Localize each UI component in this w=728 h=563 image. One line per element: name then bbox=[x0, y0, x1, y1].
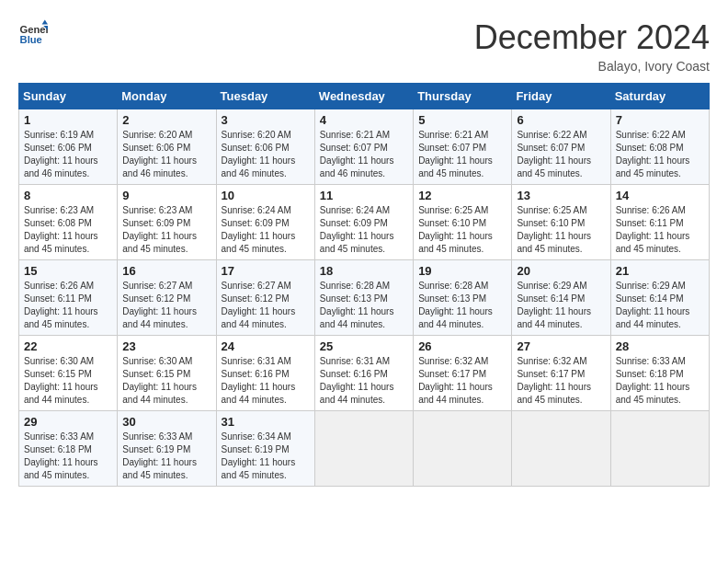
day-number: 27 bbox=[517, 339, 605, 353]
day-number: 19 bbox=[418, 264, 506, 278]
calendar-cell: 9Sunrise: 6:23 AMSunset: 6:09 PMDaylight… bbox=[118, 185, 216, 260]
day-info: Sunrise: 6:29 AMSunset: 6:14 PMDaylight:… bbox=[517, 280, 605, 331]
calendar-week-row: 1Sunrise: 6:19 AMSunset: 6:06 PMDaylight… bbox=[19, 109, 710, 185]
day-info: Sunrise: 6:20 AMSunset: 6:06 PMDaylight:… bbox=[122, 129, 210, 180]
day-info: Sunrise: 6:27 AMSunset: 6:12 PMDaylight:… bbox=[222, 280, 310, 331]
calendar-cell: 7Sunrise: 6:22 AMSunset: 6:08 PMDaylight… bbox=[610, 109, 709, 185]
day-number: 4 bbox=[320, 113, 408, 127]
day-info: Sunrise: 6:24 AMSunset: 6:09 PMDaylight:… bbox=[320, 204, 408, 256]
day-number: 26 bbox=[418, 339, 506, 353]
calendar-cell: 22Sunrise: 6:30 AMSunset: 6:15 PMDayligh… bbox=[19, 336, 118, 411]
month-title: December 2024 bbox=[474, 18, 710, 57]
day-number: 13 bbox=[517, 189, 605, 202]
day-info: Sunrise: 6:23 AMSunset: 6:08 PMDaylight:… bbox=[24, 204, 112, 256]
calendar-cell: 5Sunrise: 6:21 AMSunset: 6:07 PMDaylight… bbox=[414, 109, 512, 185]
day-info: Sunrise: 6:20 AMSunset: 6:06 PMDaylight:… bbox=[222, 129, 310, 180]
day-number: 25 bbox=[320, 339, 408, 353]
day-number: 5 bbox=[418, 113, 506, 127]
logo: General Blue bbox=[18, 18, 48, 48]
day-info: Sunrise: 6:34 AMSunset: 6:19 PMDaylight:… bbox=[222, 431, 310, 482]
calendar-week-row: 8Sunrise: 6:23 AMSunset: 6:08 PMDaylight… bbox=[19, 185, 710, 260]
day-info: Sunrise: 6:29 AMSunset: 6:14 PMDaylight:… bbox=[616, 280, 704, 331]
calendar-cell: 4Sunrise: 6:21 AMSunset: 6:07 PMDaylight… bbox=[314, 109, 413, 185]
calendar-table: SundayMondayTuesdayWednesdayThursdayFrid… bbox=[18, 83, 710, 487]
day-number: 18 bbox=[320, 264, 408, 278]
day-number: 21 bbox=[616, 264, 704, 278]
weekday-header-thursday: Thursday bbox=[414, 84, 512, 109]
day-info: Sunrise: 6:25 AMSunset: 6:10 PMDaylight:… bbox=[517, 204, 605, 256]
day-info: Sunrise: 6:33 AMSunset: 6:18 PMDaylight:… bbox=[616, 355, 704, 407]
weekday-header-monday: Monday bbox=[118, 84, 216, 109]
calendar-cell: 10Sunrise: 6:24 AMSunset: 6:09 PMDayligh… bbox=[216, 185, 314, 260]
day-number: 8 bbox=[24, 189, 112, 202]
calendar-cell: 17Sunrise: 6:27 AMSunset: 6:12 PMDayligh… bbox=[216, 260, 314, 336]
day-info: Sunrise: 6:33 AMSunset: 6:18 PMDaylight:… bbox=[24, 431, 112, 482]
day-info: Sunrise: 6:32 AMSunset: 6:17 PMDaylight:… bbox=[517, 355, 605, 407]
day-info: Sunrise: 6:23 AMSunset: 6:09 PMDaylight:… bbox=[122, 204, 210, 256]
calendar-cell: 12Sunrise: 6:25 AMSunset: 6:10 PMDayligh… bbox=[414, 185, 512, 260]
day-number: 2 bbox=[122, 113, 210, 127]
day-number: 30 bbox=[122, 415, 210, 429]
calendar-cell: 2Sunrise: 6:20 AMSunset: 6:06 PMDaylight… bbox=[118, 109, 216, 185]
calendar-cell bbox=[414, 411, 512, 487]
title-area: December 2024 Balayo, Ivory Coast bbox=[474, 18, 710, 74]
calendar-cell: 19Sunrise: 6:28 AMSunset: 6:13 PMDayligh… bbox=[414, 260, 512, 336]
day-info: Sunrise: 6:24 AMSunset: 6:09 PMDaylight:… bbox=[222, 204, 310, 256]
calendar-cell: 29Sunrise: 6:33 AMSunset: 6:18 PMDayligh… bbox=[19, 411, 118, 487]
calendar-cell: 15Sunrise: 6:26 AMSunset: 6:11 PMDayligh… bbox=[19, 260, 118, 336]
day-info: Sunrise: 6:21 AMSunset: 6:07 PMDaylight:… bbox=[320, 129, 408, 180]
day-number: 9 bbox=[122, 189, 210, 202]
calendar-cell bbox=[610, 411, 709, 487]
day-info: Sunrise: 6:21 AMSunset: 6:07 PMDaylight:… bbox=[418, 129, 506, 180]
calendar-cell: 1Sunrise: 6:19 AMSunset: 6:06 PMDaylight… bbox=[19, 109, 118, 185]
day-number: 6 bbox=[517, 113, 605, 127]
calendar-cell: 3Sunrise: 6:20 AMSunset: 6:06 PMDaylight… bbox=[216, 109, 314, 185]
day-info: Sunrise: 6:30 AMSunset: 6:15 PMDaylight:… bbox=[122, 355, 210, 407]
calendar-cell: 25Sunrise: 6:31 AMSunset: 6:16 PMDayligh… bbox=[314, 336, 413, 411]
day-info: Sunrise: 6:28 AMSunset: 6:13 PMDaylight:… bbox=[320, 280, 408, 331]
day-number: 17 bbox=[222, 264, 310, 278]
weekday-header-saturday: Saturday bbox=[610, 84, 709, 109]
day-info: Sunrise: 6:19 AMSunset: 6:06 PMDaylight:… bbox=[24, 129, 112, 180]
day-number: 12 bbox=[418, 189, 506, 202]
location: Balayo, Ivory Coast bbox=[474, 59, 710, 74]
calendar-cell: 8Sunrise: 6:23 AMSunset: 6:08 PMDaylight… bbox=[19, 185, 118, 260]
calendar-cell: 21Sunrise: 6:29 AMSunset: 6:14 PMDayligh… bbox=[610, 260, 709, 336]
day-number: 22 bbox=[24, 339, 112, 353]
weekday-header-wednesday: Wednesday bbox=[314, 84, 413, 109]
calendar-cell: 20Sunrise: 6:29 AMSunset: 6:14 PMDayligh… bbox=[512, 260, 610, 336]
day-info: Sunrise: 6:31 AMSunset: 6:16 PMDaylight:… bbox=[222, 355, 310, 407]
calendar-cell: 14Sunrise: 6:26 AMSunset: 6:11 PMDayligh… bbox=[610, 185, 709, 260]
day-info: Sunrise: 6:27 AMSunset: 6:12 PMDaylight:… bbox=[122, 280, 210, 331]
day-info: Sunrise: 6:32 AMSunset: 6:17 PMDaylight:… bbox=[418, 355, 506, 407]
day-number: 20 bbox=[517, 264, 605, 278]
day-number: 31 bbox=[222, 415, 310, 429]
calendar-cell: 13Sunrise: 6:25 AMSunset: 6:10 PMDayligh… bbox=[512, 185, 610, 260]
day-info: Sunrise: 6:28 AMSunset: 6:13 PMDaylight:… bbox=[418, 280, 506, 331]
day-info: Sunrise: 6:22 AMSunset: 6:08 PMDaylight:… bbox=[616, 129, 704, 180]
calendar-cell bbox=[314, 411, 413, 487]
calendar-cell: 28Sunrise: 6:33 AMSunset: 6:18 PMDayligh… bbox=[610, 336, 709, 411]
calendar-cell: 27Sunrise: 6:32 AMSunset: 6:17 PMDayligh… bbox=[512, 336, 610, 411]
day-info: Sunrise: 6:22 AMSunset: 6:07 PMDaylight:… bbox=[517, 129, 605, 180]
calendar-week-row: 29Sunrise: 6:33 AMSunset: 6:18 PMDayligh… bbox=[19, 411, 710, 487]
day-info: Sunrise: 6:25 AMSunset: 6:10 PMDaylight:… bbox=[418, 204, 506, 256]
calendar-cell: 11Sunrise: 6:24 AMSunset: 6:09 PMDayligh… bbox=[314, 185, 413, 260]
day-number: 23 bbox=[122, 339, 210, 353]
weekday-header-sunday: Sunday bbox=[19, 84, 118, 109]
day-number: 15 bbox=[24, 264, 112, 278]
calendar-cell: 6Sunrise: 6:22 AMSunset: 6:07 PMDaylight… bbox=[512, 109, 610, 185]
calendar-cell bbox=[512, 411, 610, 487]
weekday-header-friday: Friday bbox=[512, 84, 610, 109]
day-info: Sunrise: 6:26 AMSunset: 6:11 PMDaylight:… bbox=[24, 280, 112, 331]
day-number: 28 bbox=[616, 339, 704, 353]
calendar-cell: 24Sunrise: 6:31 AMSunset: 6:16 PMDayligh… bbox=[216, 336, 314, 411]
calendar-cell: 30Sunrise: 6:33 AMSunset: 6:19 PMDayligh… bbox=[118, 411, 216, 487]
day-number: 3 bbox=[222, 113, 310, 127]
calendar-week-row: 22Sunrise: 6:30 AMSunset: 6:15 PMDayligh… bbox=[19, 336, 710, 411]
logo-icon: General Blue bbox=[18, 18, 48, 48]
day-number: 16 bbox=[122, 264, 210, 278]
calendar-cell: 16Sunrise: 6:27 AMSunset: 6:12 PMDayligh… bbox=[118, 260, 216, 336]
day-number: 29 bbox=[24, 415, 112, 429]
day-info: Sunrise: 6:26 AMSunset: 6:11 PMDaylight:… bbox=[616, 204, 704, 256]
